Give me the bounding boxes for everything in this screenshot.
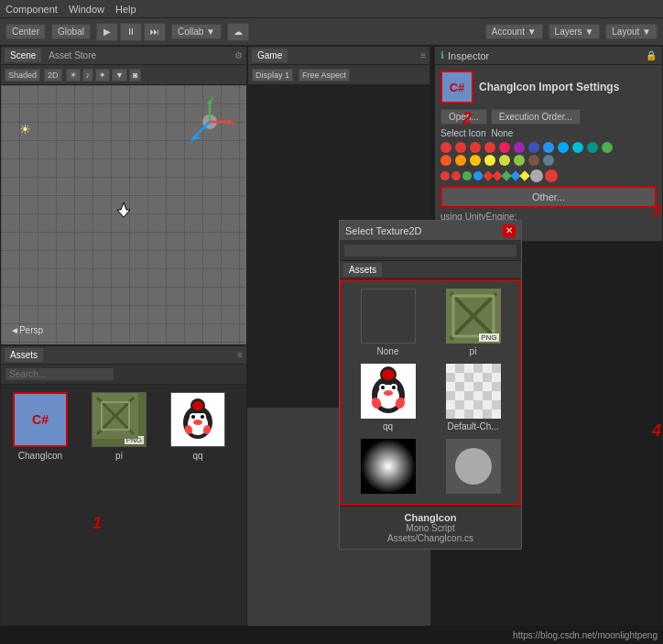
svg-point-41 [382, 369, 395, 380]
color-dot-15[interactable] [470, 155, 481, 166]
texture-label-pi: pi [470, 346, 477, 356]
color-dot-9[interactable] [558, 142, 569, 153]
shape-dot-4[interactable] [473, 171, 483, 180]
collab-button[interactable]: Collab ▼ [171, 24, 222, 39]
shape-dot-3[interactable] [462, 171, 472, 180]
menu-component[interactable]: Component [5, 4, 58, 15]
account-button[interactable]: Account ▼ [485, 24, 543, 39]
svg-text:y: y [211, 94, 214, 102]
color-dot-11[interactable] [587, 142, 598, 153]
menu-window[interactable]: Window [69, 4, 104, 15]
scene-toolbar: Shaded 2D ☀ ♪ ✦ ▼ ◙ [1, 65, 246, 85]
execution-order-button[interactable]: Execution Order... [491, 109, 581, 125]
svg-point-25 [192, 401, 203, 410]
texture-item-qq[interactable]: qq [349, 364, 427, 431]
dialog-header: Select Texture2D ✕ [340, 221, 521, 241]
shape-dot-1[interactable] [440, 171, 450, 180]
color-dot-6[interactable] [514, 142, 525, 153]
status-bar: https://blog.csdn.net/moonlightpeng [0, 626, 663, 644]
play-button[interactable]: ▶ [96, 23, 118, 41]
assets-search-input[interactable] [5, 367, 114, 381]
color-dot-4[interactable] [484, 142, 495, 153]
annotation-1: 1 [92, 514, 102, 533]
svg-point-21 [193, 420, 202, 425]
fx-btn[interactable]: ✦ [95, 69, 110, 82]
layers-button[interactable]: Layers ▼ [549, 24, 601, 39]
scene-tabs: Scene Asset Store ⚙ [1, 47, 246, 65]
asset-label-pi: pi [115, 451, 123, 461]
texture-dialog: Select Texture2D ✕ Assets None PNG [339, 220, 522, 550]
shape-diamond-5[interactable] [519, 170, 529, 180]
texture-thumb-black [361, 439, 416, 494]
texture-thumb-qq [361, 364, 416, 419]
audio-btn[interactable]: ♪ [82, 69, 94, 82]
color-dot-19[interactable] [528, 155, 539, 166]
shape-dot-2[interactable] [451, 171, 461, 180]
dialog-search [340, 241, 521, 261]
annotation-3: 3 [652, 202, 661, 221]
texture-item-black[interactable] [349, 439, 427, 497]
display-select[interactable]: Display 1 [252, 69, 293, 82]
svg-point-37 [384, 390, 393, 396]
center-button[interactable]: Center [5, 24, 46, 39]
texture-item-none[interactable]: None [349, 289, 427, 356]
scene-light: ☀ [19, 122, 34, 136]
inspector-lock-icon[interactable]: 🔒 [646, 50, 657, 60]
two-d-button[interactable]: 2D [44, 69, 62, 82]
toolbar-right: Account ▼ Layers ▼ Layout ▼ [485, 24, 658, 39]
scene-opt-btn[interactable]: ▼ [112, 69, 127, 82]
game-tabs: Game ≡ [248, 47, 429, 65]
tab-asset-store[interactable]: Asset Store [43, 49, 102, 62]
other-button[interactable]: Other... [440, 186, 657, 208]
color-dot-2[interactable] [455, 142, 466, 153]
global-button[interactable]: Global [51, 24, 91, 39]
persp-label: ◄Persp [10, 325, 43, 335]
scene-viewport[interactable]: y x z ☀ ◄Persp [1, 85, 246, 344]
tab-game[interactable]: Game [252, 49, 288, 62]
layout-button[interactable]: Layout ▼ [605, 24, 658, 39]
color-dot-1[interactable] [440, 142, 451, 153]
color-dot-3[interactable] [470, 142, 481, 153]
inspector-content: C# ChangIcon Import Settings 2 Open... E… [435, 65, 662, 241]
asset-item-pi[interactable]: PNG pi [87, 392, 151, 461]
color-dot-8[interactable] [543, 142, 554, 153]
color-dot-13[interactable] [440, 155, 451, 166]
assets-menu-btn[interactable]: ≡ [237, 350, 243, 360]
asset-item-changicon[interactable]: C# ChangIcon [8, 392, 72, 461]
shape-square-2[interactable] [545, 169, 558, 182]
asset-item-qq[interactable]: qq [166, 392, 230, 461]
menu-help[interactable]: Help [115, 4, 136, 15]
color-dot-16[interactable] [484, 155, 495, 166]
game-menu-btn[interactable]: ≡ [420, 50, 426, 60]
tab-assets[interactable]: Assets [5, 348, 43, 362]
color-dot-7[interactable] [528, 142, 539, 153]
pause-button[interactable]: ⏸ [120, 23, 142, 41]
color-dot-18[interactable] [514, 155, 525, 166]
color-dot-14[interactable] [455, 155, 466, 166]
shaded-select[interactable]: Shaded [5, 69, 40, 82]
color-dot-20[interactable] [543, 155, 554, 166]
tab-scene[interactable]: Scene [5, 49, 41, 62]
color-dot-5[interactable] [499, 142, 510, 153]
texture-item-pi[interactable]: PNG pi [434, 289, 512, 356]
color-dot-12[interactable] [602, 142, 613, 153]
color-dot-17[interactable] [499, 155, 510, 166]
color-dot-10[interactable] [572, 142, 583, 153]
texture-item-gray[interactable] [434, 439, 512, 497]
assets-content: C# ChangIcon PNG pi [1, 385, 246, 644]
lighting-btn[interactable]: ☀ [66, 69, 81, 82]
texture-label-none: None [377, 346, 399, 356]
dialog-footer-sub2: Assets/ChangIcon.cs [345, 533, 516, 543]
dialog-tab-assets[interactable]: Assets [343, 263, 382, 277]
dialog-search-input[interactable] [343, 244, 517, 257]
texture-thumb-none [361, 289, 416, 344]
cloud-button[interactable]: ☁ [227, 23, 249, 41]
texture-item-default[interactable]: Default-Ch... [434, 364, 512, 431]
aspect-select[interactable]: Free Aspect [299, 69, 350, 82]
dialog-close-button[interactable]: ✕ [503, 224, 516, 237]
step-button[interactable]: ⏭ [144, 23, 166, 41]
gizmo-btn[interactable]: ◙ [129, 69, 141, 82]
dialog-title: Select Texture2D [345, 225, 422, 236]
menu-bar: Component Window Help [0, 0, 663, 18]
shape-square-1[interactable] [530, 169, 543, 182]
